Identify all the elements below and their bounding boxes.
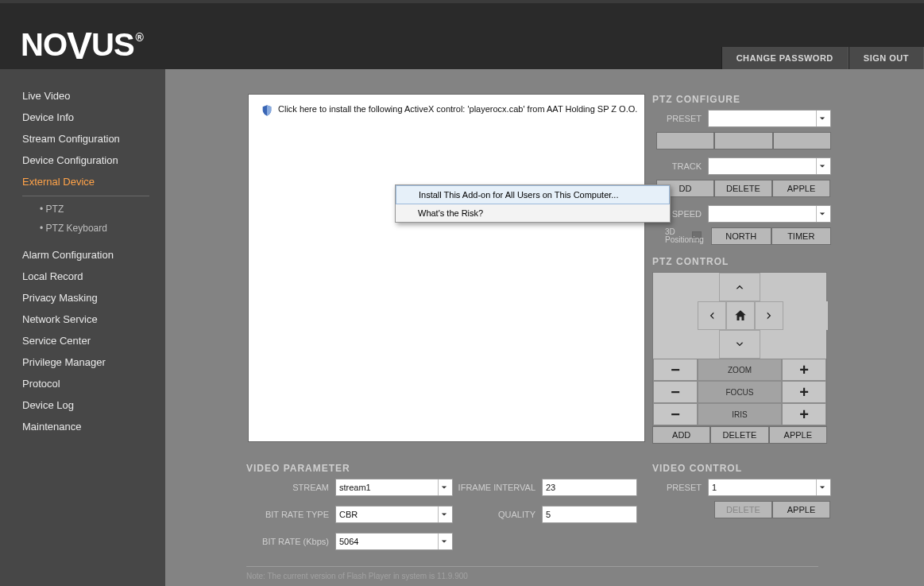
ctx-whats-the-risk[interactable]: What's the Risk? [396,204,670,222]
chevron-right-icon [762,309,776,323]
iris-label: IRIS [698,403,782,425]
plus-icon: + [799,406,809,424]
bitrate-type-value: CBR [339,510,358,519]
chevron-up-icon [733,280,747,294]
zoom-label: ZOOM [698,359,782,381]
vc-apple-button[interactable]: APPLE [772,501,830,518]
vc-delete-button[interactable]: DELETE [714,501,772,518]
chevron-left-icon [705,309,719,323]
stream-label: STREAM [246,483,335,492]
preset-btn-3[interactable] [773,132,831,149]
preset-btn-1[interactable] [656,132,714,149]
ptz-add-button[interactable]: ADD [652,426,710,444]
pad-empty [653,330,719,359]
ctx-install-addon[interactable]: Install This Add-on for All Users on Thi… [396,185,670,204]
iframe-input[interactable] [542,479,637,496]
ptz-pad: − ZOOM + − FOCUS + − IRIS + [652,272,827,426]
iris-minus-button[interactable]: − [653,403,698,425]
track-select[interactable] [708,157,831,175]
sign-out-button[interactable]: SIGN OUT [849,47,924,69]
focus-plus-button[interactable]: + [782,381,826,403]
preset-label: PRESET [652,114,708,123]
sidebar-item-stream-configuration[interactable]: Stream Configuration [0,128,165,149]
pad-empty [760,273,826,301]
sidebar-item-device-info[interactable]: Device Info [0,107,165,128]
pad-empty [653,301,698,330]
sidebar-item-local-record[interactable]: Local Record [0,266,165,287]
plus-icon: + [799,361,809,379]
vc-preset-select[interactable]: 1 [708,479,831,496]
sidebar-item-service-center[interactable]: Service Center [0,330,165,351]
sidebar-item-privilege-manager[interactable]: Privilege Manager [0,351,165,373]
chevron-down-icon [733,337,747,351]
sidebar-item-network-service[interactable]: Network Service [0,309,165,330]
minus-icon: − [671,383,680,402]
sidebar: Live Video Device Info Stream Configurat… [0,69,165,586]
ptz-delete-button[interactable]: DELETE [710,426,768,444]
north-button[interactable]: NORTH [711,227,771,245]
activex-message-text: Click here to install the following Acti… [278,104,637,114]
change-password-button[interactable]: CHANGE PASSWORD [721,47,849,69]
activex-context-menu: Install This Add-on for All Users on Thi… [395,184,671,223]
footer-note: Note: The current version of Flash Playe… [246,566,818,580]
video-area[interactable]: Click here to install the following Acti… [248,94,645,442]
sidebar-item-external-device[interactable]: External Device [0,171,165,192]
ptz-home-button[interactable] [726,301,755,330]
bitrate-type-select[interactable]: CBR [335,506,453,523]
ptz-configure-panel: PTZ CONFIGURE PRESET TRACK [652,94,831,245]
video-control-title: VIDEO CONTROL [652,463,831,474]
timer-button[interactable]: TIMER [771,227,832,245]
sidebar-item-maintenance[interactable]: Maintenance [0,416,165,437]
ptz-right-button[interactable] [755,301,783,330]
focus-minus-button[interactable]: − [653,381,698,403]
sidebar-item-live-video[interactable]: Live Video [0,85,165,107]
bitrate-select[interactable]: 5064 [335,533,453,550]
track-delete-button[interactable]: DELETE [714,180,772,197]
zoom-plus-button[interactable]: + [782,359,826,381]
dropdown-arrow-icon [816,206,827,222]
quality-input[interactable] [542,506,637,523]
bitrate-type-label: BIT RATE TYPE [246,510,335,519]
iris-plus-button[interactable]: + [782,403,826,425]
ptz-up-button[interactable] [719,273,760,301]
sidebar-item-alarm-configuration[interactable]: Alarm Configuration [0,244,165,266]
ptz-left-button[interactable] [698,301,726,330]
content: Click here to install the following Acti… [165,69,924,586]
quality-label: QUALITY [453,510,542,519]
bitrate-value: 5064 [339,537,358,546]
ptz-down-button[interactable] [719,330,760,359]
shield-icon [261,104,273,117]
sidebar-item-privacy-masking[interactable]: Privacy Masking [0,287,165,309]
video-parameter-title: VIDEO PARAMETER [246,463,644,474]
track-label: TRACK [652,161,708,171]
activex-install-bar[interactable]: Click here to install the following Acti… [261,104,637,117]
dropdown-arrow-icon [816,158,827,174]
sidebar-subitem-ptz-keyboard[interactable]: PTZ Keyboard [0,219,165,238]
video-parameter-panel: VIDEO PARAMETER STREAM stream1 IFRAME IN… [246,463,644,555]
pad-empty [653,273,719,301]
dropdown-arrow-icon [438,506,449,522]
ptz-control-panel: PTZ CONTROL [652,256,831,444]
minus-icon: − [671,361,680,379]
preset-select[interactable] [708,110,831,127]
stream-select[interactable]: stream1 [335,479,453,496]
vc-preset-value: 1 [712,483,717,492]
home-icon [733,309,748,323]
zoom-minus-button[interactable]: − [653,359,698,381]
sidebar-subitem-ptz[interactable]: PTZ [0,200,165,219]
ptz-configure-title: PTZ CONFIGURE [652,94,831,105]
pad-empty [783,301,828,330]
header: NOVUS® CHANGE PASSWORD SIGN OUT [0,3,924,69]
track-apple-button[interactable]: APPLE [772,180,830,197]
sidebar-item-protocol[interactable]: Protocol [0,373,165,394]
speed-select[interactable] [708,205,831,223]
dropdown-arrow-icon [816,479,827,495]
sidebar-item-device-log[interactable]: Device Log [0,394,165,416]
sidebar-item-device-configuration[interactable]: Device Configuration [0,149,165,171]
ptz-apple-button[interactable]: APPLE [769,426,827,444]
minus-icon: − [671,406,680,424]
dropdown-arrow-icon [438,479,449,495]
stream-value: stream1 [339,483,371,492]
dropdown-arrow-icon [438,534,449,549]
preset-btn-2[interactable] [714,132,772,149]
